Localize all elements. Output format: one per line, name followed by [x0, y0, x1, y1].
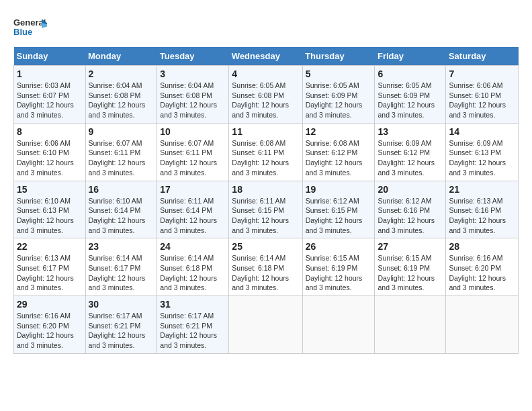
- day-detail: Sunrise: 6:16 AMSunset: 6:20 PMDaylight:…: [17, 312, 74, 349]
- day-detail: Sunrise: 6:11 AMSunset: 6:14 PMDaylight:…: [160, 197, 217, 234]
- day-detail: Sunrise: 6:13 AMSunset: 6:17 PMDaylight:…: [17, 254, 74, 291]
- day-number: 24: [160, 241, 226, 252]
- calendar-cell: 25 Sunrise: 6:14 AMSunset: 6:18 PMDaylig…: [229, 238, 302, 296]
- day-detail: Sunrise: 6:16 AMSunset: 6:20 PMDaylight:…: [449, 254, 506, 291]
- calendar-cell: [375, 296, 446, 354]
- day-number: 1: [17, 68, 83, 79]
- day-detail: Sunrise: 6:04 AMSunset: 6:08 PMDaylight:…: [89, 81, 146, 119]
- calendar-cell: 18 Sunrise: 6:11 AMSunset: 6:15 PMDaylig…: [229, 181, 302, 238]
- day-number: 5: [306, 68, 372, 79]
- day-number: 13: [378, 126, 443, 137]
- logo: General Blue: [13, 13, 47, 40]
- weekday-header-tuesday: Tuesday: [157, 47, 229, 66]
- calendar-cell: 22 Sunrise: 6:13 AMSunset: 6:17 PMDaylig…: [14, 238, 86, 296]
- calendar-cell: 28 Sunrise: 6:16 AMSunset: 6:20 PMDaylig…: [446, 238, 519, 296]
- day-number: 20: [378, 184, 443, 195]
- day-number: 27: [378, 241, 443, 252]
- day-detail: Sunrise: 6:03 AMSunset: 6:07 PMDaylight:…: [17, 81, 74, 119]
- day-detail: Sunrise: 6:09 AMSunset: 6:13 PMDaylight:…: [449, 139, 506, 177]
- day-number: 15: [17, 184, 83, 195]
- day-detail: Sunrise: 6:06 AMSunset: 6:10 PMDaylight:…: [17, 139, 74, 177]
- day-number: 2: [89, 68, 154, 79]
- calendar-cell: 30 Sunrise: 6:17 AMSunset: 6:21 PMDaylig…: [85, 296, 157, 354]
- calendar-cell: 14 Sunrise: 6:09 AMSunset: 6:13 PMDaylig…: [446, 123, 519, 181]
- day-number: 14: [449, 126, 515, 137]
- day-detail: Sunrise: 6:08 AMSunset: 6:11 PMDaylight:…: [232, 139, 289, 177]
- day-number: 26: [306, 241, 372, 252]
- day-detail: Sunrise: 6:14 AMSunset: 6:18 PMDaylight:…: [232, 254, 289, 291]
- calendar-week-row: 15 Sunrise: 6:10 AMSunset: 6:13 PMDaylig…: [14, 181, 519, 238]
- svg-text:General: General: [13, 17, 46, 28]
- calendar-cell: 11 Sunrise: 6:08 AMSunset: 6:11 PMDaylig…: [229, 123, 302, 181]
- calendar-cell: [446, 296, 519, 354]
- day-number: 18: [232, 184, 299, 195]
- logo-icon: General Blue: [13, 13, 47, 40]
- day-number: 8: [17, 126, 83, 137]
- calendar-cell: [229, 296, 302, 354]
- day-detail: Sunrise: 6:12 AMSunset: 6:16 PMDaylight:…: [378, 197, 435, 234]
- calendar-week-row: 29 Sunrise: 6:16 AMSunset: 6:20 PMDaylig…: [14, 296, 519, 354]
- day-detail: Sunrise: 6:10 AMSunset: 6:14 PMDaylight:…: [89, 197, 146, 234]
- day-detail: Sunrise: 6:12 AMSunset: 6:15 PMDaylight:…: [306, 197, 363, 234]
- day-detail: Sunrise: 6:14 AMSunset: 6:18 PMDaylight:…: [160, 254, 217, 291]
- calendar-cell: 4 Sunrise: 6:05 AMSunset: 6:08 PMDayligh…: [229, 66, 302, 124]
- day-number: 31: [160, 299, 226, 310]
- weekday-header-saturday: Saturday: [446, 47, 519, 66]
- day-detail: Sunrise: 6:07 AMSunset: 6:11 PMDaylight:…: [89, 139, 146, 177]
- calendar-cell: 12 Sunrise: 6:08 AMSunset: 6:12 PMDaylig…: [302, 123, 375, 181]
- calendar-cell: 21 Sunrise: 6:13 AMSunset: 6:16 PMDaylig…: [446, 181, 519, 238]
- day-number: 9: [89, 126, 154, 137]
- day-detail: Sunrise: 6:17 AMSunset: 6:21 PMDaylight:…: [160, 312, 217, 349]
- day-detail: Sunrise: 6:15 AMSunset: 6:19 PMDaylight:…: [306, 254, 363, 291]
- calendar-week-row: 8 Sunrise: 6:06 AMSunset: 6:10 PMDayligh…: [14, 123, 519, 181]
- calendar-cell: 8 Sunrise: 6:06 AMSunset: 6:10 PMDayligh…: [14, 123, 86, 181]
- day-detail: Sunrise: 6:06 AMSunset: 6:10 PMDaylight:…: [449, 81, 506, 119]
- calendar-week-row: 22 Sunrise: 6:13 AMSunset: 6:17 PMDaylig…: [14, 238, 519, 296]
- day-detail: Sunrise: 6:13 AMSunset: 6:16 PMDaylight:…: [449, 197, 506, 234]
- day-number: 23: [89, 241, 154, 252]
- calendar-week-row: 1 Sunrise: 6:03 AMSunset: 6:07 PMDayligh…: [14, 66, 519, 124]
- day-number: 22: [17, 241, 83, 252]
- weekday-header-thursday: Thursday: [302, 47, 375, 66]
- day-number: 16: [89, 184, 154, 195]
- day-detail: Sunrise: 6:17 AMSunset: 6:21 PMDaylight:…: [89, 312, 146, 349]
- calendar-cell: 6 Sunrise: 6:05 AMSunset: 6:09 PMDayligh…: [375, 66, 446, 124]
- calendar-cell: 29 Sunrise: 6:16 AMSunset: 6:20 PMDaylig…: [14, 296, 86, 354]
- calendar-cell: 16 Sunrise: 6:10 AMSunset: 6:14 PMDaylig…: [85, 181, 157, 238]
- calendar-cell: 1 Sunrise: 6:03 AMSunset: 6:07 PMDayligh…: [14, 66, 86, 124]
- svg-text:Blue: Blue: [13, 27, 32, 37]
- calendar-cell: 27 Sunrise: 6:15 AMSunset: 6:19 PMDaylig…: [375, 238, 446, 296]
- day-detail: Sunrise: 6:10 AMSunset: 6:13 PMDaylight:…: [17, 197, 74, 234]
- calendar-cell: 2 Sunrise: 6:04 AMSunset: 6:08 PMDayligh…: [85, 66, 157, 124]
- calendar-cell: 15 Sunrise: 6:10 AMSunset: 6:13 PMDaylig…: [14, 181, 86, 238]
- weekday-header-friday: Friday: [375, 47, 446, 66]
- day-number: 3: [160, 68, 226, 79]
- calendar-cell: 10 Sunrise: 6:07 AMSunset: 6:11 PMDaylig…: [157, 123, 229, 181]
- day-detail: Sunrise: 6:05 AMSunset: 6:09 PMDaylight:…: [378, 81, 435, 119]
- day-number: 12: [306, 126, 372, 137]
- day-detail: Sunrise: 6:15 AMSunset: 6:19 PMDaylight:…: [378, 254, 435, 291]
- calendar-cell: 13 Sunrise: 6:09 AMSunset: 6:12 PMDaylig…: [375, 123, 446, 181]
- calendar-table: SundayMondayTuesdayWednesdayThursdayFrid…: [13, 47, 519, 354]
- calendar-cell: 17 Sunrise: 6:11 AMSunset: 6:14 PMDaylig…: [157, 181, 229, 238]
- calendar-cell: 24 Sunrise: 6:14 AMSunset: 6:18 PMDaylig…: [157, 238, 229, 296]
- weekday-header-monday: Monday: [85, 47, 157, 66]
- calendar-cell: 19 Sunrise: 6:12 AMSunset: 6:15 PMDaylig…: [302, 181, 375, 238]
- calendar-cell: 3 Sunrise: 6:04 AMSunset: 6:08 PMDayligh…: [157, 66, 229, 124]
- weekday-header-wednesday: Wednesday: [229, 47, 302, 66]
- calendar-cell: [302, 296, 375, 354]
- day-number: 11: [232, 126, 299, 137]
- day-number: 6: [378, 68, 443, 79]
- day-detail: Sunrise: 6:07 AMSunset: 6:11 PMDaylight:…: [160, 139, 217, 177]
- day-number: 10: [160, 126, 226, 137]
- day-number: 19: [306, 184, 372, 195]
- calendar-cell: 31 Sunrise: 6:17 AMSunset: 6:21 PMDaylig…: [157, 296, 229, 354]
- weekday-header-sunday: Sunday: [14, 47, 86, 66]
- page-header: General Blue: [13, 13, 519, 40]
- calendar-cell: 9 Sunrise: 6:07 AMSunset: 6:11 PMDayligh…: [85, 123, 157, 181]
- day-number: 17: [160, 184, 226, 195]
- day-detail: Sunrise: 6:09 AMSunset: 6:12 PMDaylight:…: [378, 139, 435, 177]
- day-detail: Sunrise: 6:14 AMSunset: 6:17 PMDaylight:…: [89, 254, 146, 291]
- calendar-cell: 23 Sunrise: 6:14 AMSunset: 6:17 PMDaylig…: [85, 238, 157, 296]
- day-number: 4: [232, 68, 299, 79]
